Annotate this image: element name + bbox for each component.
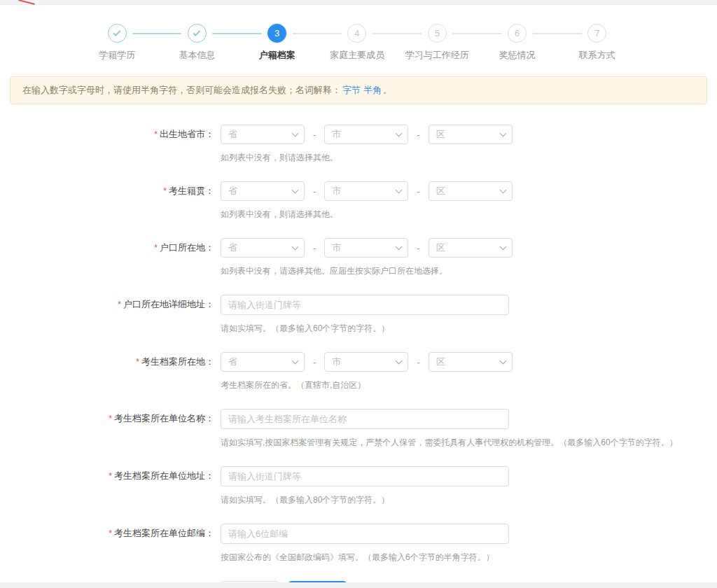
- region-select-group: 省 - 市 - 区: [221, 238, 513, 258]
- hukou-province-select[interactable]: 省: [221, 238, 305, 258]
- chevron-down-icon: [499, 187, 506, 194]
- link-banjiao[interactable]: 半角: [363, 85, 382, 95]
- stepper-step-1-xueji-xueli[interactable]: 学籍学历: [77, 24, 157, 62]
- field-label: *考生档案所在单位邮编：: [0, 524, 214, 564]
- notice-text: 在输入数字或字母时，请使用半角字符，否则可能会造成报名失败；名词解释：: [22, 85, 341, 95]
- birthplace-province-select[interactable]: 省: [221, 125, 305, 144]
- notice-suffix: 。: [383, 85, 392, 95]
- hukou-archive-form: *出生地省市： 省 - 市 - 区 如列表中没有，则请选择其他。 *考生籍贯： …: [0, 125, 717, 588]
- required-asterisk: *: [163, 186, 167, 196]
- field-label: *出生地省市：: [0, 125, 214, 164]
- archive-unit-address-input[interactable]: [221, 466, 509, 486]
- form-row-hukou-address: *户口所在地详细地址： 请如实填写。（最多输入60个字节的字符。）: [0, 295, 717, 335]
- native-place-city-select[interactable]: 市: [324, 181, 408, 201]
- field-hint: 请如实填写。（最多输入80个字节的字符。）: [221, 494, 509, 506]
- region-select-group: 省 - 市 - 区: [221, 125, 513, 144]
- chevron-down-icon: [396, 244, 403, 251]
- chevron-down-icon: [499, 358, 506, 365]
- step-done-circle: [108, 24, 127, 43]
- native-place-district-select[interactable]: 区: [429, 181, 513, 201]
- field-label: *考生档案所在地：: [0, 352, 214, 391]
- hukou-address-input[interactable]: [221, 295, 509, 315]
- birthplace-city-select[interactable]: 市: [324, 125, 408, 144]
- step-label: 家庭主要成员: [317, 49, 397, 62]
- birthplace-district-select[interactable]: 区: [429, 125, 513, 144]
- step-active-circle: 3: [267, 24, 286, 43]
- dash-separator: -: [417, 186, 419, 197]
- field-hint: 考生档案所在的省。（直辖市,自治区）: [221, 379, 513, 391]
- field-label: *户口所在地详细地址：: [0, 295, 214, 335]
- step-done-circle: [188, 24, 207, 43]
- field-label: *考生档案所在单位名称：: [0, 409, 214, 449]
- stepper-step-7-lianxi-fangshi[interactable]: 7 联系方式: [557, 24, 637, 62]
- chevron-down-icon: [396, 358, 403, 365]
- archive-province-select[interactable]: 省: [221, 352, 305, 372]
- field-label: *考生籍贯：: [0, 181, 214, 220]
- dash-separator: -: [417, 357, 419, 368]
- step-label: 基本信息: [157, 49, 237, 62]
- step-label: 户籍档案: [237, 49, 317, 62]
- chevron-down-icon: [499, 130, 506, 137]
- archive-city-select[interactable]: 市: [324, 352, 408, 372]
- page-top-strip: [0, 0, 717, 5]
- check-icon: [113, 29, 121, 36]
- registration-form-page: 学籍学历 基本信息 3 户籍档案 4 家庭主要成员 5 学习与工作经历 6 奖惩…: [0, 0, 717, 588]
- form-row-hukou-location: *户口所在地： 省 - 市 - 区 如列表中没有，请选择其他。应届生按实际户口所…: [0, 238, 717, 277]
- link-zijie[interactable]: 字节: [342, 85, 361, 95]
- step-pending-circle: 5: [428, 24, 447, 43]
- hukou-district-select[interactable]: 区: [429, 238, 513, 258]
- field-hint: 请如实填写。（最多输入60个字节的字符。）: [221, 323, 509, 335]
- form-row-archive-unit-name: *考生档案所在单位名称： 请如实填写,按国家档案管理有关规定，严禁个人保管，需委…: [0, 409, 717, 449]
- step-pending-circle: 6: [508, 24, 527, 43]
- required-asterisk: *: [154, 130, 158, 139]
- chevron-down-icon: [292, 130, 299, 137]
- region-select-group: 省 - 市 - 区: [221, 181, 513, 201]
- form-row-birthplace: *出生地省市： 省 - 市 - 区 如列表中没有，则请选择其他。: [0, 125, 717, 164]
- step-label: 联系方式: [557, 49, 637, 62]
- field-hint: 如列表中没有，请选择其他。应届生按实际户口所在地选择。: [221, 265, 513, 277]
- stepper-step-3-huji-dangan[interactable]: 3 户籍档案: [237, 24, 317, 62]
- dash-separator: -: [313, 186, 316, 197]
- required-asterisk: *: [154, 243, 158, 253]
- chevron-down-icon: [292, 244, 299, 251]
- halfwidth-warning-banner: 在输入数字或字母时，请使用半角字符，否则可能会造成报名失败；名词解释：字节半角。: [10, 76, 707, 104]
- dash-separator: -: [417, 130, 419, 140]
- page-bottom-strip: [0, 582, 717, 588]
- archive-unit-postcode-input[interactable]: [221, 524, 509, 544]
- chevron-down-icon: [396, 130, 403, 137]
- form-row-archive-unit-address: *考生档案所在单位地址： 请如实填写。（最多输入80个字节的字符。）: [0, 466, 717, 506]
- step-pending-circle: 4: [347, 24, 366, 43]
- required-asterisk: *: [118, 300, 121, 309]
- field-hint: 请如实填写,按国家档案管理有关规定，严禁个人保管，需委托具有人事代理权的机构管理…: [221, 437, 678, 449]
- hukou-city-select[interactable]: 市: [324, 238, 408, 258]
- form-row-native-place: *考生籍贯： 省 - 市 - 区 如列表中没有，则请选择其他。: [0, 181, 717, 220]
- stepper-step-4-jiating-chengyuan[interactable]: 4 家庭主要成员: [317, 24, 397, 62]
- field-label: *考生档案所在单位地址：: [0, 466, 214, 506]
- field-label: *户口所在地：: [0, 238, 214, 277]
- field-hint: 如列表中没有，则请选择其他。: [221, 209, 513, 220]
- step-pending-circle: 7: [587, 24, 606, 43]
- dash-separator: -: [313, 130, 316, 140]
- required-asterisk: *: [136, 357, 139, 367]
- native-place-province-select[interactable]: 省: [221, 181, 305, 201]
- archive-district-select[interactable]: 区: [429, 352, 513, 372]
- region-select-group: 省 - 市 - 区: [221, 352, 513, 372]
- dash-separator: -: [417, 243, 419, 253]
- required-asterisk: *: [109, 414, 112, 424]
- field-hint: 如列表中没有，则请选择其他。: [221, 152, 513, 164]
- wizard-stepper: 学籍学历 基本信息 3 户籍档案 4 家庭主要成员 5 学习与工作经历 6 奖惩…: [77, 24, 637, 62]
- stepper-step-2-jiben-xinxi[interactable]: 基本信息: [157, 24, 237, 62]
- required-asterisk: *: [109, 528, 112, 538]
- form-row-archive-location: *考生档案所在地： 省 - 市 - 区 考生档案所在的省。（直辖市,自治区）: [0, 352, 717, 391]
- stepper-step-6-jiangcheng[interactable]: 6 奖惩情况: [477, 24, 557, 62]
- check-icon: [193, 29, 201, 36]
- dash-separator: -: [313, 357, 316, 368]
- required-asterisk: *: [109, 471, 112, 481]
- stepper-step-5-xuexi-gongzuo[interactable]: 5 学习与工作经历: [397, 24, 477, 62]
- step-label: 学籍学历: [77, 49, 157, 62]
- step-label: 奖惩情况: [477, 49, 557, 62]
- chevron-down-icon: [396, 187, 403, 194]
- archive-unit-name-input[interactable]: [221, 409, 509, 429]
- field-hint: 按国家公布的《全国邮政编码》填写。（最多输入6个字节的半角字符。）: [221, 552, 509, 564]
- chevron-down-icon: [292, 358, 299, 365]
